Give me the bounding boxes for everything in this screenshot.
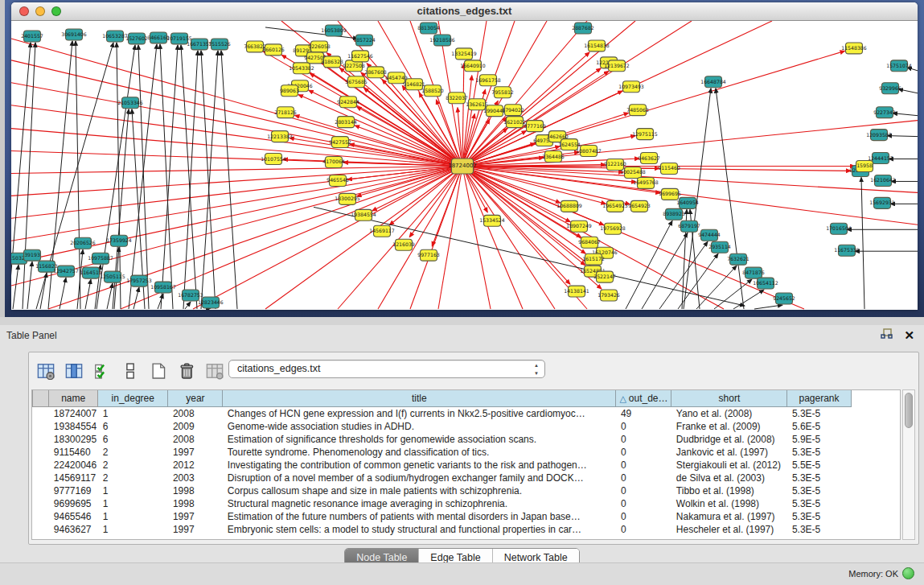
network-node[interactable]: 8186328: [321, 56, 343, 68]
network-node[interactable]: 1588520: [421, 85, 444, 97]
network-node[interactable]: 5675685: [345, 76, 368, 88]
table-column-icon[interactable]: [64, 360, 84, 381]
network-node[interactable]: 8813054: [417, 23, 440, 34]
table-row[interactable]: 911546021997Tourette syndrome. Phenomeno…: [33, 446, 901, 459]
network-node[interactable]: 9654923: [628, 200, 651, 212]
network-node[interactable]: 2364486: [542, 151, 565, 163]
network-node[interactable]: 6879197: [678, 220, 700, 232]
network-node[interactable]: 18907249: [566, 220, 592, 232]
network-node[interactable]: 16648784: [700, 76, 726, 88]
network-node[interactable]: 12942757: [53, 266, 79, 277]
red-edge[interactable]: [355, 126, 462, 167]
network-node[interactable]: 7632621: [727, 253, 749, 265]
network-canvas[interactable]: 2401557306914061065328715276028466160107…: [11, 21, 918, 310]
column-header-year[interactable]: year: [168, 390, 223, 407]
network-node[interactable]: 14138141: [564, 286, 589, 297]
network-node[interactable]: 8322037: [446, 93, 468, 104]
red-edge[interactable]: [458, 108, 462, 167]
column-header-title[interactable]: title: [223, 390, 616, 407]
black-edge[interactable]: [754, 305, 782, 309]
close-panel-icon[interactable]: ✕: [904, 330, 914, 341]
network-node[interactable]: 13325419: [451, 48, 477, 60]
black-edge[interactable]: [181, 45, 197, 309]
column-header-in_degree[interactable]: in_degree: [98, 390, 168, 407]
black-edge[interactable]: [129, 44, 157, 309]
table-selector-combobox[interactable]: citations_edges.txt ▲▼: [228, 360, 545, 378]
network-node[interactable]: 9226058: [308, 41, 331, 52]
network-node[interactable]: 15958: [856, 161, 873, 172]
network-node[interactable]: 15751074: [886, 60, 912, 72]
network-node[interactable]: 9242844: [337, 97, 359, 108]
network-node[interactable]: 17359924: [106, 235, 132, 246]
network-node[interactable]: 19654923: [602, 200, 628, 212]
network-node[interactable]: 12823446: [198, 297, 224, 308]
table-row[interactable]: 2242004622012Investigating the contribut…: [33, 459, 901, 472]
delete-table-icon[interactable]: [176, 360, 197, 381]
network-node[interactable]: 9427552: [329, 137, 351, 148]
black-edge[interactable]: [716, 89, 744, 309]
network-node[interactable]: 12093587: [866, 130, 892, 141]
black-edge[interactable]: [158, 294, 163, 309]
network-node[interactable]: 12139672: [604, 60, 630, 72]
table-row[interactable]: 1938455462009Genome-wide association stu…: [33, 420, 901, 433]
network-node[interactable]: 9465546: [326, 175, 349, 186]
black-edge[interactable]: [733, 290, 764, 309]
network-node[interactable]: 2718126: [274, 107, 297, 118]
network-node[interactable]: 7857224: [353, 35, 376, 46]
network-node[interactable]: 10653287: [102, 31, 128, 42]
network-node[interactable]: 9474444: [698, 229, 721, 241]
network-node[interactable]: 17016504: [826, 223, 852, 234]
black-edge[interactable]: [23, 43, 35, 309]
network-node[interactable]: 12505115: [100, 271, 125, 282]
network-node[interactable]: 2803144: [335, 117, 357, 128]
red-edge[interactable]: [378, 166, 462, 309]
column-header-out_de[interactable]: △out_de…: [616, 390, 671, 407]
network-node[interactable]: 18724007: [448, 159, 477, 174]
network-node[interactable]: 9463627: [638, 153, 660, 164]
network-node[interactable]: 9977163: [417, 249, 440, 261]
black-edge[interactable]: [626, 220, 672, 309]
network-node[interactable]: 1621022: [503, 117, 526, 128]
network-node[interactable]: 9777169: [524, 121, 546, 132]
network-node[interactable]: 10807487: [576, 146, 602, 157]
network-node[interactable]: 1216039: [392, 239, 415, 250]
table-vertical-scrollbar[interactable]: [902, 389, 915, 540]
network-node[interactable]: 2867608: [364, 67, 387, 78]
network-node[interactable]: 9699695: [659, 188, 681, 200]
network-node[interactable]: 4170064: [322, 157, 345, 168]
network-node[interactable]: 10975887: [88, 253, 113, 264]
red-edge[interactable]: [193, 166, 462, 309]
network-node[interactable]: 9245652: [773, 293, 795, 304]
black-edge[interactable]: [13, 265, 18, 309]
network-node[interactable]: 6794022: [502, 105, 524, 116]
select-rows-icon[interactable]: [92, 360, 113, 381]
network-node[interactable]: 14569117: [369, 225, 395, 237]
network-node[interactable]: 16961758: [475, 75, 501, 86]
column-header-pagerank[interactable]: pagerank: [787, 390, 851, 407]
black-edge[interactable]: [861, 177, 864, 309]
network-node[interactable]: 39193: [24, 249, 41, 261]
network-node[interactable]: 989063: [280, 85, 299, 97]
red-edge[interactable]: [438, 166, 462, 309]
column-header-short[interactable]: short: [671, 390, 787, 407]
network-node[interactable]: 1640954: [676, 197, 699, 208]
column-header-name[interactable]: name: [49, 390, 98, 407]
black-edge[interactable]: [133, 287, 139, 309]
network-node[interactable]: 10688809: [556, 200, 582, 212]
network-node[interactable]: 2887682: [572, 23, 594, 34]
float-panel-icon[interactable]: [881, 328, 893, 343]
red-edge[interactable]: [462, 166, 918, 225]
network-node[interactable]: 1615172: [582, 253, 605, 265]
black-edge[interactable]: [138, 45, 149, 309]
network-node[interactable]: 10654112: [753, 278, 778, 289]
network-node[interactable]: 11548386: [841, 43, 867, 54]
network-node[interactable]: 1164519: [80, 267, 102, 278]
red-edge[interactable]: [11, 105, 462, 167]
network-node[interactable]: 9122160: [604, 159, 626, 171]
table-row[interactable]: 969969511998Structural magnetic resonanc…: [33, 497, 901, 510]
red-edge[interactable]: [462, 166, 561, 203]
network-node[interactable]: 2522147: [593, 271, 616, 282]
black-edge[interactable]: [27, 262, 32, 309]
black-edge[interactable]: [314, 207, 745, 306]
network-node[interactable]: 12975115: [632, 129, 658, 140]
